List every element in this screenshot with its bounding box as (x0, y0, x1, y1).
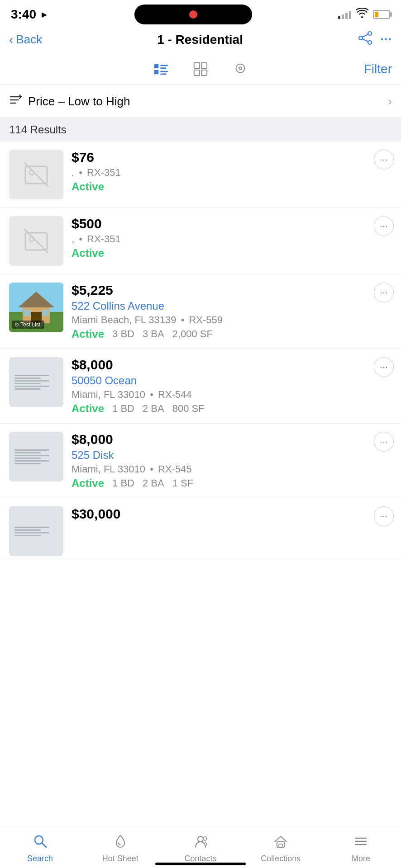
sort-chevron-icon: › (388, 94, 392, 108)
listing-info: $500 , • RX-351 Active (72, 216, 392, 259)
tab-hotsheet[interactable]: Hot Sheet (80, 827, 160, 868)
grid-view-button[interactable] (190, 58, 211, 80)
svg-point-2 (368, 41, 372, 44)
listing-info: $8,000 525 Disk Miami, FL 33010 • RX-545… (72, 432, 392, 490)
listing-thumbnail (9, 506, 63, 556)
map-view-button[interactable] (229, 58, 251, 80)
listing-price: $8,000 (72, 432, 392, 447)
listing-item[interactable]: $500 , • RX-351 Active ⋯ (0, 208, 401, 274)
svg-rect-37 (277, 842, 284, 847)
more-dots: ⋯ (380, 363, 388, 371)
listing-mls: , • RX-351 (72, 167, 392, 179)
status-badge: Active (72, 180, 104, 193)
listing-address-link[interactable]: 522 Collins Avenue (72, 300, 392, 312)
city-state: , (72, 233, 74, 245)
tab-bar: Search Hot Sheet Contacts (0, 827, 401, 868)
more-tab-label: More (352, 854, 370, 863)
listing-item[interactable]: $8,000 525 Disk Miami, FL 33010 • RX-545… (0, 424, 401, 498)
svg-rect-31 (24, 310, 31, 316)
svg-line-4 (363, 39, 368, 42)
mls-number: RX-351 (87, 167, 121, 178)
listing-more-button[interactable]: ⋯ (374, 506, 394, 526)
listing-info: $5,225 522 Collins Avenue Miami Beach, F… (72, 283, 392, 340)
back-label: Back (16, 33, 42, 47)
hotsheet-tab-label: Hot Sheet (102, 854, 138, 863)
tab-more[interactable]: More (321, 827, 401, 868)
svg-point-16 (239, 67, 242, 70)
listing-more-button[interactable]: ⋯ (374, 216, 394, 236)
location-icon: ► (40, 9, 49, 20)
results-count: 114 Results (9, 123, 67, 136)
mls-number: RX-544 (158, 389, 192, 400)
listing-mls: , • RX-351 (72, 233, 392, 245)
more-dots: ⋯ (380, 512, 388, 520)
mls-number: RX-545 (158, 463, 192, 475)
city-state: , (72, 167, 74, 178)
listing-address-link[interactable]: 525 Disk (72, 449, 392, 462)
contacts-tab-label: Contacts (184, 854, 216, 863)
city-state: Miami, FL 33010 (72, 389, 145, 400)
tab-contacts[interactable]: Contacts (160, 827, 240, 868)
listing-item[interactable]: $30,000 ⋯ (0, 498, 401, 560)
tab-collections[interactable]: Collections (241, 827, 321, 868)
svg-rect-6 (154, 70, 158, 74)
more-tab-icon (353, 834, 368, 851)
back-button[interactable]: ‹ Back (9, 33, 42, 47)
svg-rect-32 (42, 310, 49, 316)
svg-rect-10 (160, 73, 166, 75)
city-state: Miami, FL 33010 (72, 463, 145, 475)
svg-rect-8 (160, 67, 166, 69)
test-listing-badge: ⊙ Test Listi (12, 321, 44, 329)
listing-thumbnail (9, 357, 63, 407)
baths: 2 BA (143, 477, 164, 489)
battery-icon (373, 10, 390, 19)
more-dots: ⋯ (380, 222, 388, 230)
listings-container: $76 , • RX-351 Active ⋯ (0, 142, 401, 614)
svg-rect-11 (194, 63, 200, 68)
listing-more-button[interactable]: ⋯ (374, 150, 394, 170)
more-options-icon[interactable]: ⋯ (380, 33, 392, 47)
collections-tab-icon (273, 834, 288, 851)
listing-price: $76 (72, 150, 392, 165)
listing-price: $8,000 (72, 357, 392, 373)
recording-indicator (189, 10, 197, 19)
tab-search[interactable]: Search (0, 827, 80, 868)
dynamic-island (134, 5, 252, 24)
beds: 1 BD (112, 403, 134, 415)
back-chevron-icon: ‹ (9, 33, 13, 46)
status-badge: Active (72, 477, 104, 490)
share-icon[interactable] (358, 31, 372, 48)
status-icons (338, 8, 390, 21)
status-time-area: 3:40 ► (11, 7, 49, 22)
listing-more-button[interactable]: ⋯ (374, 283, 394, 302)
listing-status-row: Active 3 BD 3 BA 2,000 SF (72, 328, 392, 340)
listing-info: $76 , • RX-351 Active (72, 150, 392, 193)
status-bar: 3:40 ► (0, 0, 401, 27)
svg-rect-5 (154, 64, 158, 68)
listing-address-link[interactable]: 50050 Ocean (72, 374, 392, 387)
collections-tab-label: Collections (261, 854, 301, 863)
battery-level (375, 12, 378, 17)
list-view-button[interactable] (150, 58, 172, 80)
filter-button[interactable]: Filter (364, 62, 392, 76)
listing-info: $8,000 50050 Ocean Miami, FL 33010 • RX-… (72, 357, 392, 415)
listing-thumbnail (9, 216, 63, 266)
svg-point-36 (203, 837, 207, 840)
listing-item[interactable]: $76 , • RX-351 Active ⋯ (0, 142, 401, 208)
svg-point-15 (236, 64, 245, 73)
listing-item[interactable]: $8,000 50050 Ocean Miami, FL 33010 • RX-… (0, 349, 401, 424)
signal-strength (338, 10, 351, 19)
sqft: 1 SF (172, 477, 193, 489)
listing-more-button[interactable]: ⋯ (374, 357, 394, 377)
sort-icon (9, 93, 23, 109)
svg-line-34 (42, 843, 46, 847)
listing-item[interactable]: ⊙ Test Listi $5,225 522 Collins Avenue M… (0, 274, 401, 349)
wifi-icon (356, 8, 368, 21)
placeholder-lines (14, 373, 58, 391)
listing-thumbnail (9, 432, 63, 481)
more-dots: ⋯ (380, 156, 388, 164)
listing-more-button[interactable]: ⋯ (374, 432, 394, 452)
sort-bar[interactable]: Price – Low to High › (0, 85, 401, 118)
nav-actions: ⋯ (358, 31, 392, 48)
city-state: Miami Beach, FL 33139 (72, 314, 177, 326)
